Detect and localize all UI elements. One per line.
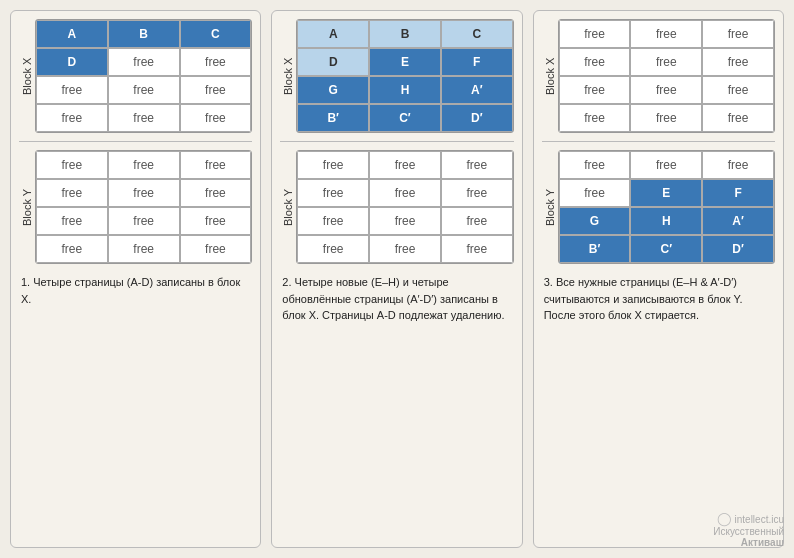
block-x-cell-2-0-0: A bbox=[297, 20, 369, 48]
block-x-cell-1-2-0: free bbox=[36, 76, 108, 104]
block-x-cell-3-2-2: free bbox=[702, 76, 774, 104]
block-x-cell-1-0-2: C bbox=[180, 20, 252, 48]
block-y-cell-2-1-1: free bbox=[369, 179, 441, 207]
block-y-cell-1-1-0: free bbox=[36, 179, 108, 207]
block-x-cell-2-1-2: F bbox=[441, 48, 513, 76]
block-y-cell-2-0-2: free bbox=[441, 151, 513, 179]
block-x-cell-3-3-2: free bbox=[702, 104, 774, 132]
block-y-cell-3-0-0: free bbox=[559, 151, 631, 179]
block-y-grid-2: freefreefreefreefreefreefreefreefreefree… bbox=[297, 151, 512, 263]
block-y-cell-3-0-1: free bbox=[630, 151, 702, 179]
block-x-section-1: Block XABCDfreefreefreefreefreefreefreef… bbox=[19, 19, 252, 133]
block-x-cell-3-2-1: free bbox=[630, 76, 702, 104]
block-x-grid-wrapper-1: ABCDfreefreefreefreefreefreefreefree bbox=[35, 19, 252, 133]
watermark: ◯ intellect.icuИскусственныйАктиваш bbox=[713, 511, 784, 548]
panel-2: Block XABCDEFGHA′B′C′D′Block Yfreefreefr… bbox=[271, 10, 522, 548]
block-y-cell-2-2-2: free bbox=[441, 207, 513, 235]
block-y-cell-3-2-0: G bbox=[559, 207, 631, 235]
caption-1: 1. Четыре страницы (A-D) записаны в блок… bbox=[19, 270, 252, 309]
block-y-cell-3-1-2: F bbox=[702, 179, 774, 207]
block-x-grid-2: ABCDEFGHA′B′C′D′ bbox=[297, 20, 512, 132]
block-x-cell-2-2-0: G bbox=[297, 76, 369, 104]
caption-2: 2. Четыре новые (E–H) и четыре обновлённ… bbox=[280, 270, 513, 326]
block-x-cell-1-2-1: free bbox=[108, 76, 180, 104]
block-y-cell-1-2-0: free bbox=[36, 207, 108, 235]
block-y-cell-1-0-2: free bbox=[180, 151, 252, 179]
block-y-cell-2-3-0: free bbox=[297, 235, 369, 263]
block-x-label-1: Block X bbox=[19, 19, 35, 133]
block-x-cell-2-0-2: C bbox=[441, 20, 513, 48]
block-y-cell-2-0-0: free bbox=[297, 151, 369, 179]
block-y-cell-1-3-2: free bbox=[180, 235, 252, 263]
block-y-cell-3-2-1: H bbox=[630, 207, 702, 235]
block-y-section-2: Block Yfreefreefreefreefreefreefreefreef… bbox=[280, 150, 513, 264]
panel-3: Block Xfreefreefreefreefreefreefreefreef… bbox=[533, 10, 784, 548]
block-x-cell-2-3-1: C′ bbox=[369, 104, 441, 132]
block-y-cell-3-0-2: free bbox=[702, 151, 774, 179]
block-y-cell-3-3-0: B′ bbox=[559, 235, 631, 263]
block-x-cell-2-3-0: B′ bbox=[297, 104, 369, 132]
block-y-cell-2-1-2: free bbox=[441, 179, 513, 207]
block-y-cell-2-3-1: free bbox=[369, 235, 441, 263]
block-y-cell-1-1-1: free bbox=[108, 179, 180, 207]
block-y-cell-2-0-1: free bbox=[369, 151, 441, 179]
block-x-cell-3-0-0: free bbox=[559, 20, 631, 48]
block-y-cell-3-3-1: C′ bbox=[630, 235, 702, 263]
block-x-cell-3-3-1: free bbox=[630, 104, 702, 132]
divider-3 bbox=[542, 141, 775, 142]
block-x-grid-wrapper-2: ABCDEFGHA′B′C′D′ bbox=[296, 19, 513, 133]
block-y-grid-1: freefreefreefreefreefreefreefreefreefree… bbox=[36, 151, 251, 263]
block-x-cell-2-3-2: D′ bbox=[441, 104, 513, 132]
block-y-label-2: Block Y bbox=[280, 150, 296, 264]
block-y-cell-2-3-2: free bbox=[441, 235, 513, 263]
divider-2 bbox=[280, 141, 513, 142]
block-y-cell-3-3-2: D′ bbox=[702, 235, 774, 263]
block-y-cell-3-2-2: A′ bbox=[702, 207, 774, 235]
block-y-section-1: Block Yfreefreefreefreefreefreefreefreef… bbox=[19, 150, 252, 264]
block-y-label-1: Block Y bbox=[19, 150, 35, 264]
block-x-cell-1-0-0: A bbox=[36, 20, 108, 48]
block-x-label-2: Block X bbox=[280, 19, 296, 133]
block-y-grid-wrapper-2: freefreefreefreefreefreefreefreefreefree… bbox=[296, 150, 513, 264]
block-x-cell-3-1-2: free bbox=[702, 48, 774, 76]
block-x-cell-1-1-2: free bbox=[180, 48, 252, 76]
block-y-cell-1-3-1: free bbox=[108, 235, 180, 263]
block-y-cell-3-1-0: free bbox=[559, 179, 631, 207]
block-x-cell-3-2-0: free bbox=[559, 76, 631, 104]
block-x-grid-1: ABCDfreefreefreefreefreefreefreefree bbox=[36, 20, 251, 132]
main-content: Block XABCDfreefreefreefreefreefreefreef… bbox=[10, 10, 784, 548]
block-x-cell-2-2-2: A′ bbox=[441, 76, 513, 104]
block-y-grid-wrapper-1: freefreefreefreefreefreefreefreefreefree… bbox=[35, 150, 252, 264]
block-y-cell-1-0-0: free bbox=[36, 151, 108, 179]
block-y-cell-2-2-1: free bbox=[369, 207, 441, 235]
block-y-cell-1-3-0: free bbox=[36, 235, 108, 263]
block-y-cell-1-0-1: free bbox=[108, 151, 180, 179]
block-x-cell-3-3-0: free bbox=[559, 104, 631, 132]
block-y-cell-1-2-1: free bbox=[108, 207, 180, 235]
block-x-cell-1-0-1: B bbox=[108, 20, 180, 48]
block-x-grid-wrapper-3: freefreefreefreefreefreefreefreefreefree… bbox=[558, 19, 775, 133]
block-x-grid-3: freefreefreefreefreefreefreefreefreefree… bbox=[559, 20, 774, 132]
block-x-cell-3-0-1: free bbox=[630, 20, 702, 48]
block-y-cell-2-2-0: free bbox=[297, 207, 369, 235]
block-x-cell-1-3-1: free bbox=[108, 104, 180, 132]
caption-3: 3. Все нужные страницы (E–H & A′-D′) счи… bbox=[542, 270, 775, 326]
panel-1: Block XABCDfreefreefreefreefreefreefreef… bbox=[10, 10, 261, 548]
block-y-label-3: Block Y bbox=[542, 150, 558, 264]
divider-1 bbox=[19, 141, 252, 142]
block-x-cell-2-2-1: H bbox=[369, 76, 441, 104]
block-y-grid-wrapper-3: freefreefreefreeEFGHA′B′C′D′ bbox=[558, 150, 775, 264]
block-x-cell-3-0-2: free bbox=[702, 20, 774, 48]
block-x-section-3: Block Xfreefreefreefreefreefreefreefreef… bbox=[542, 19, 775, 133]
block-x-cell-2-1-1: E bbox=[369, 48, 441, 76]
block-x-cell-3-1-0: free bbox=[559, 48, 631, 76]
block-x-section-2: Block XABCDEFGHA′B′C′D′ bbox=[280, 19, 513, 133]
block-x-cell-1-3-0: free bbox=[36, 104, 108, 132]
block-x-cell-1-3-2: free bbox=[180, 104, 252, 132]
block-x-label-3: Block X bbox=[542, 19, 558, 133]
block-x-cell-2-0-1: B bbox=[369, 20, 441, 48]
block-x-cell-2-1-0: D bbox=[297, 48, 369, 76]
block-y-cell-2-1-0: free bbox=[297, 179, 369, 207]
block-y-cell-3-1-1: E bbox=[630, 179, 702, 207]
block-x-cell-1-1-0: D bbox=[36, 48, 108, 76]
